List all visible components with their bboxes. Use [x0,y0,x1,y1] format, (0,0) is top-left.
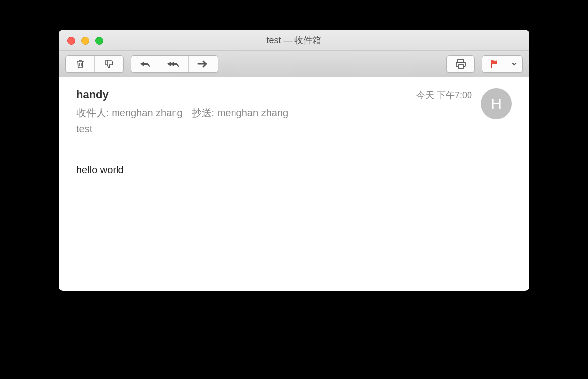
print-group [446,55,475,73]
subject-line: test [76,124,416,135]
reply-button[interactable] [131,56,160,72]
cc-label: 抄送: [192,107,215,118]
print-icon [455,59,467,69]
sender-name: handy [76,88,416,101]
chevron-down-icon [511,62,517,66]
maximize-button[interactable] [95,37,103,45]
reply-forward-group [131,55,218,73]
flag-group [482,55,523,73]
reply-all-button[interactable] [160,56,189,72]
titlebar: test — 收件箱 [59,30,529,51]
junk-button[interactable] [95,56,123,72]
avatar: H [481,88,512,119]
timestamp: 今天 下午7:00 [416,89,472,101]
toolbar [59,51,529,77]
to-value: menghan zhang [112,107,182,118]
flag-button[interactable] [482,56,506,72]
header-divider [76,154,512,154]
minimize-button[interactable] [81,37,89,45]
mail-message-window: test — 收件箱 [59,30,529,291]
flag-icon [489,59,499,69]
cc-value: menghan zhang [217,107,288,118]
forward-icon [197,60,209,68]
recipients-line: 收件人: menghan zhang 抄送: menghan zhang [76,106,416,120]
window-controls [67,37,103,45]
to-label: 收件人: [76,107,109,118]
reply-icon [139,60,152,68]
message-content: handy 收件人: menghan zhang 抄送: menghan zha… [59,77,529,291]
delete-junk-group [65,55,124,73]
message-body: hello world [76,164,512,176]
delete-button[interactable] [66,56,95,72]
message-header: handy 收件人: menghan zhang 抄送: menghan zha… [76,88,512,144]
thumbs-down-icon [103,59,115,69]
flag-dropdown-button[interactable] [506,56,522,72]
print-button[interactable] [447,56,474,72]
reply-all-icon [167,60,182,68]
svg-rect-2 [458,65,463,68]
trash-icon [75,59,85,69]
forward-button[interactable] [189,56,218,72]
close-button[interactable] [67,37,75,45]
window-title: test — 收件箱 [59,34,529,46]
